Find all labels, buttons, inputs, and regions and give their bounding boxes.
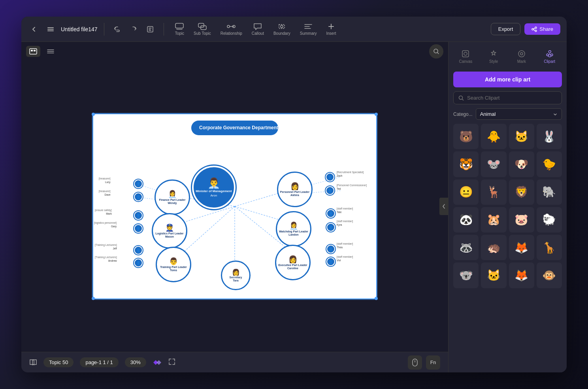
clipart-deer[interactable]: 🦌: [481, 179, 506, 205]
file-title: Untitled file147: [61, 26, 98, 32]
node-training[interactable]: 👨 Training Part Leader Toms: [156, 247, 191, 282]
clipart-lion[interactable]: 🦁: [509, 179, 534, 205]
node-executive[interactable]: 👩 Executive Part Leader Caroline: [275, 245, 311, 280]
search-clipart-field[interactable]: [453, 91, 562, 104]
clipart-emoji1[interactable]: 😐: [453, 179, 479, 205]
search-clipart-input[interactable]: [467, 95, 557, 101]
clipart-duck[interactable]: 🐤: [537, 151, 562, 177]
menu-button[interactable]: [44, 23, 57, 36]
subtopic-label: Sub Topic: [194, 31, 211, 36]
undo-button[interactable]: [111, 23, 123, 36]
canvas-area[interactable]: Corporate Governance Department Organisa…: [21, 42, 448, 372]
clipart-tiger[interactable]: 🐯: [453, 151, 479, 177]
clipart-fox[interactable]: 🦊: [509, 235, 534, 260]
share-label: Share: [539, 26, 553, 32]
node-watchdog[interactable]: 👩‍💼 Watchdog Part Leader Landon: [276, 211, 311, 247]
clipart-chick[interactable]: 🐥: [481, 124, 506, 149]
clipart-dog[interactable]: 🐶: [509, 151, 534, 177]
connector-andrew: 👤: [134, 259, 143, 267]
panel-tabs: Canvas Style Mark Clipart: [449, 42, 567, 67]
tab-clipart[interactable]: Clipart: [535, 47, 564, 67]
connector-jeff: 👤: [134, 246, 143, 255]
svg-rect-13: [30, 49, 37, 54]
category-select[interactable]: Animal: [476, 108, 562, 120]
clipart-pig[interactable]: 🐷: [509, 207, 534, 232]
node-personnel[interactable]: 👩 Personnel Part Leader Akhira: [277, 172, 313, 207]
svg-point-31: [518, 51, 525, 57]
tab-mark[interactable]: Mark: [508, 47, 536, 67]
clipart-elephant[interactable]: 🐘: [537, 179, 562, 205]
svg-rect-15: [34, 50, 36, 51]
canvas-content[interactable]: Corporate Governance Department Organisa…: [21, 61, 448, 352]
fullscreen-button[interactable]: [168, 358, 175, 367]
list-view-button[interactable]: [43, 46, 58, 57]
toolbar-relationship[interactable]: Relationship: [217, 21, 246, 37]
node-secretary[interactable]: 👩 Secretary Tara: [221, 261, 251, 290]
clipart-rabbit[interactable]: 🐰: [537, 124, 562, 149]
export-button[interactable]: Export: [491, 23, 521, 35]
clipart-koala[interactable]: 🐨: [453, 262, 479, 288]
label-gary: [logistics personnel] Gary: [94, 221, 117, 228]
clipart-monkey[interactable]: 🐵: [537, 262, 562, 288]
redo-button[interactable]: [127, 23, 140, 36]
connector-vivi: 👤: [326, 257, 335, 266]
boundary-label: Boundary: [273, 31, 290, 36]
page-pill[interactable]: page-1 1 / 1: [80, 357, 118, 367]
toolbar-group: Topic Sub Topic Relationship Callout Bou…: [171, 21, 340, 37]
tab-clipart-label: Clipart: [544, 59, 555, 64]
add-clipart-button[interactable]: Add more clip art: [453, 72, 562, 87]
topic-pill[interactable]: Topic 50: [43, 357, 74, 367]
toolbar-boundary[interactable]: Boundary: [270, 21, 294, 37]
clipart-raccoon[interactable]: 🦝: [453, 235, 479, 260]
clipart-mouse[interactable]: 🐭: [481, 151, 506, 177]
selection-corner-tl: [92, 113, 95, 116]
right-panel: Canvas Style Mark Clipart Add more clip …: [448, 42, 567, 372]
clipart-cat2[interactable]: 🐱: [481, 262, 506, 288]
clipart-giraffe[interactable]: 🦒: [537, 235, 562, 260]
node-logistics[interactable]: 👮 Logistics Part Leader Mason: [152, 213, 187, 249]
svg-point-12: [535, 30, 537, 32]
connector-ted: 👤: [326, 186, 334, 195]
svg-rect-14: [31, 50, 33, 51]
mouse-button[interactable]: [408, 355, 422, 370]
book-item[interactable]: [29, 359, 37, 366]
history-button[interactable]: [144, 23, 156, 36]
tab-style[interactable]: Style: [480, 47, 508, 67]
label-tate: [staff member] Tate: [337, 207, 353, 214]
clipart-cat-face[interactable]: 🐱: [509, 124, 534, 149]
fn-button[interactable]: Fn: [426, 355, 440, 370]
header-left: Untitled file147: [28, 23, 156, 36]
clipart-hedgehog[interactable]: 🦔: [481, 235, 506, 260]
clipart-bear[interactable]: 🐻: [453, 124, 479, 149]
clipart-sheep[interactable]: 🐑: [537, 207, 562, 232]
tab-mark-label: Mark: [517, 59, 526, 64]
svg-point-7: [227, 25, 230, 28]
node-center[interactable]: 👨‍💼 Minister of Management Aron: [192, 166, 236, 209]
tab-canvas[interactable]: Canvas: [452, 47, 480, 67]
logo-mark: [153, 359, 162, 366]
toolbar-insert[interactable]: Insert: [322, 21, 340, 37]
selection-corner-tr: [375, 113, 378, 116]
label-andrew: [Training Lecturers] Andrew: [95, 255, 117, 262]
svg-rect-28: [413, 359, 417, 366]
label-dave: [treasurer] Dave: [99, 189, 111, 196]
canvas-search-button[interactable]: [429, 44, 443, 59]
clipart-hamster[interactable]: 🐹: [481, 207, 506, 232]
clipart-fox2[interactable]: 🦊: [509, 262, 534, 288]
zoom-pill[interactable]: 30%: [125, 357, 146, 367]
connector-kyra: 👤: [326, 223, 335, 232]
toolbar-callout[interactable]: Callout: [248, 21, 268, 37]
insert-label: Insert: [326, 31, 336, 36]
label-lucy: [treasurer] Lucy: [99, 177, 111, 184]
share-button[interactable]: Share: [524, 23, 560, 35]
node-finance[interactable]: 👩‍💼 Finance Part Leader Wendy: [155, 179, 190, 215]
clipart-panda[interactable]: 🐼: [453, 207, 479, 232]
back-button[interactable]: [28, 23, 40, 36]
panel-toggle-button[interactable]: [439, 198, 448, 215]
toolbar-subtopic[interactable]: Sub Topic: [190, 21, 215, 37]
svg-point-32: [520, 53, 523, 55]
toolbar-summary[interactable]: Summary: [296, 21, 321, 37]
grid-view-button[interactable]: [26, 46, 40, 57]
canvas-toolbar: [21, 42, 448, 61]
toolbar-topic[interactable]: Topic: [171, 21, 188, 37]
